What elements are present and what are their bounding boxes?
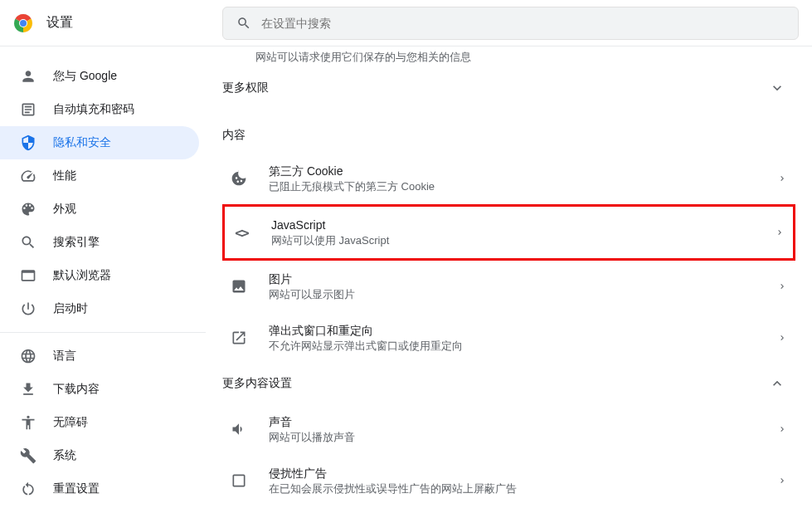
sidebar-item-label: 外观 — [53, 202, 76, 217]
autofill-icon — [20, 101, 36, 118]
setting-row-sound[interactable]: 声音 网站可以播放声音 — [222, 403, 795, 455]
sidebar-item-label: 您与 Google — [53, 69, 117, 84]
shield-icon — [20, 134, 36, 151]
sidebar-item-label: 下载内容 — [53, 382, 100, 397]
arrow-right-icon — [777, 173, 787, 183]
accessibility-icon — [20, 414, 36, 431]
code-icon: <> — [235, 225, 247, 241]
setting-row-javascript[interactable]: <> JavaScript 网站可以使用 JavaScript — [225, 210, 793, 255]
sidebar-item-system[interactable]: 系统 — [0, 439, 199, 472]
setting-title: 侵扰性广告 — [269, 465, 777, 481]
setting-title: 图片 — [269, 271, 777, 287]
download-icon — [20, 381, 36, 398]
highlight-box: <> JavaScript 网站可以使用 JavaScript — [222, 204, 795, 261]
setting-row-images[interactable]: 图片 网站可以显示图片 — [222, 261, 795, 312]
wrench-icon — [20, 447, 36, 464]
setting-title: JavaScript — [271, 217, 775, 233]
sidebar-divider — [0, 332, 206, 333]
sidebar: 您与 Google 自动填充和密码 隐私和安全 性能 外观 搜索引擎 默认浏览器 — [0, 46, 206, 518]
content-area: 网站可以请求使用它们保存的与您相关的信息 更多权限 内容 第三方 Cookie … — [206, 46, 812, 518]
setting-desc: 已阻止无痕模式下的第三方 Cookie — [269, 179, 777, 194]
sidebar-item-label: 搜索引擎 — [53, 235, 100, 250]
sidebar-item-privacy[interactable]: 隐私和安全 — [0, 126, 199, 159]
setting-desc: 网站可以显示图片 — [269, 287, 777, 302]
sidebar-item-label: 性能 — [53, 169, 76, 183]
performance-icon — [20, 168, 36, 184]
power-icon — [20, 301, 36, 317]
svg-point-2 — [20, 20, 27, 27]
search-icon — [236, 16, 251, 31]
globe-icon — [20, 348, 36, 364]
sidebar-item-label: 默认浏览器 — [53, 268, 111, 283]
setting-desc: 在已知会展示侵扰性或误导性广告的网站上屏蔽广告 — [269, 481, 777, 496]
search-box[interactable] — [222, 7, 799, 40]
sidebar-item-languages[interactable]: 语言 — [0, 340, 199, 373]
more-content-header[interactable]: 更多内容设置 — [222, 364, 795, 403]
section-title: 更多权限 — [222, 81, 269, 95]
image-icon — [231, 278, 247, 295]
truncated-text: 网站可以请求使用它们保存的与您相关的信息 — [222, 46, 795, 68]
chrome-logo-icon — [13, 13, 33, 33]
sidebar-item-accessibility[interactable]: 无障碍 — [0, 406, 199, 439]
person-icon — [20, 68, 36, 85]
setting-row-ads[interactable]: 侵扰性广告 在已知会展示侵扰性或误导性广告的网站上屏蔽广告 — [222, 455, 795, 506]
sidebar-item-search-engine[interactable]: 搜索引擎 — [0, 226, 199, 259]
sidebar-item-autofill[interactable]: 自动填充和密码 — [0, 93, 199, 126]
palette-icon — [20, 201, 36, 217]
sidebar-item-default-browser[interactable]: 默认浏览器 — [0, 259, 199, 292]
sidebar-item-label: 隐私和安全 — [53, 135, 111, 150]
arrow-right-icon — [777, 333, 787, 343]
setting-row-cookies[interactable]: 第三方 Cookie 已阻止无痕模式下的第三方 Cookie — [222, 153, 795, 204]
sound-icon — [231, 421, 247, 437]
setting-row-popups[interactable]: 弹出式窗口和重定向 不允许网站显示弹出式窗口或使用重定向 — [222, 312, 795, 364]
content-section-label: 内容 — [222, 108, 795, 153]
chevron-down-icon — [769, 80, 785, 96]
sidebar-item-label: 语言 — [53, 349, 76, 364]
more-permissions-header[interactable]: 更多权限 — [222, 68, 795, 108]
sidebar-item-label: 重置设置 — [53, 481, 100, 496]
sidebar-item-label: 系统 — [53, 448, 76, 463]
sidebar-item-reset[interactable]: 重置设置 — [0, 472, 199, 506]
cookie-icon — [231, 170, 247, 187]
setting-title: 第三方 Cookie — [269, 163, 777, 179]
setting-desc: 网站可以使用 JavaScript — [271, 233, 775, 248]
ads-icon — [231, 472, 247, 489]
arrow-right-icon — [777, 476, 787, 486]
browser-icon — [20, 267, 36, 284]
search-icon — [20, 234, 36, 251]
arrow-right-icon — [775, 227, 785, 237]
setting-title: 弹出式窗口和重定向 — [269, 322, 777, 339]
section-title: 更多内容设置 — [222, 376, 292, 391]
page-title: 设置 — [46, 14, 73, 32]
sidebar-item-you-and-google[interactable]: 您与 Google — [0, 60, 199, 93]
arrow-right-icon — [777, 424, 787, 434]
sidebar-item-label: 无障碍 — [53, 415, 88, 430]
setting-title: 声音 — [269, 413, 777, 430]
reset-icon — [20, 481, 36, 497]
sidebar-item-label: 自动填充和密码 — [53, 102, 134, 117]
header: 设置 — [0, 0, 812, 46]
sidebar-item-on-startup[interactable]: 启动时 — [0, 292, 199, 325]
setting-desc: 网站可以播放声音 — [269, 430, 777, 445]
sidebar-item-downloads[interactable]: 下载内容 — [0, 373, 199, 406]
chevron-up-icon — [769, 375, 785, 392]
sidebar-item-appearance[interactable]: 外观 — [0, 193, 199, 226]
setting-desc: 不允许网站显示弹出式窗口或使用重定向 — [269, 339, 777, 354]
sidebar-item-label: 启动时 — [53, 301, 88, 316]
arrow-right-icon — [777, 281, 787, 291]
sidebar-item-performance[interactable]: 性能 — [0, 159, 199, 193]
popup-icon — [231, 330, 247, 346]
search-input[interactable] — [261, 17, 785, 30]
